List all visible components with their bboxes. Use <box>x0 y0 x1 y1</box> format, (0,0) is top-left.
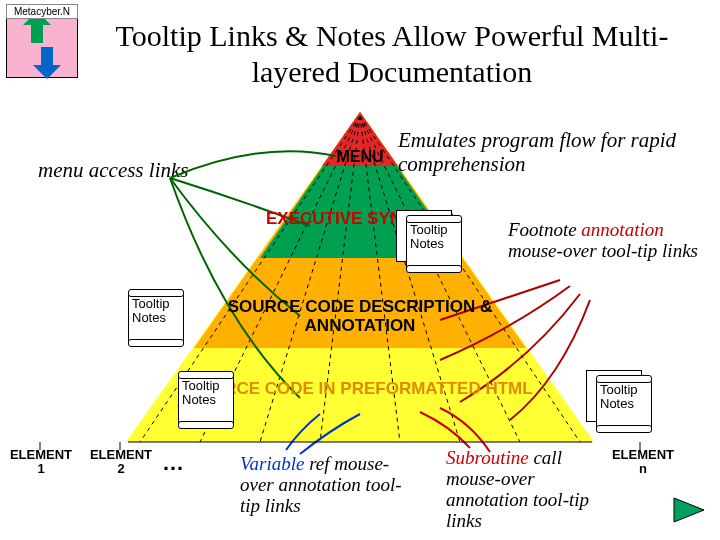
tagline: Emulates program flow for rapid comprehe… <box>398 128 708 176</box>
annotation-subroutine: Subroutine call mouse-over annotation to… <box>446 448 606 532</box>
element-2: ELEMENT 2 <box>86 448 156 477</box>
annotation-variable: Variable ref mouse-over annotation tool-… <box>240 454 410 517</box>
tooltip-note-d: Tooltip Notes <box>596 378 652 430</box>
element-1: ELEMENT 1 <box>6 448 76 477</box>
annotation-footnote: Footnote annotation mouse-over tool-tip … <box>508 220 708 262</box>
svg-marker-14 <box>674 498 704 522</box>
page-title: Tooltip Links & Notes Allow Powerful Mul… <box>92 18 692 90</box>
tooltip-note-c: Tooltip Notes <box>178 374 234 426</box>
tooltip-note-a: Tooltip Notes <box>406 218 462 270</box>
logo-label: Metacyber.N <box>6 4 78 19</box>
label-menu: MENU <box>336 148 383 166</box>
element-n: ELEMENT n <box>608 448 678 477</box>
element-dots: … <box>162 450 192 476</box>
tooltip-note-b: Tooltip Notes <box>128 292 184 344</box>
subtitle: menu access links <box>38 158 188 183</box>
label-src-desc: SOURCE CODE DESCRIPTION & ANNOTATION <box>200 298 520 335</box>
label-src-html: SOURCE CODE IN PREFORMATTED HTML <box>180 380 540 399</box>
next-arrow[interactable] <box>672 496 706 528</box>
svg-marker-1 <box>33 47 61 79</box>
